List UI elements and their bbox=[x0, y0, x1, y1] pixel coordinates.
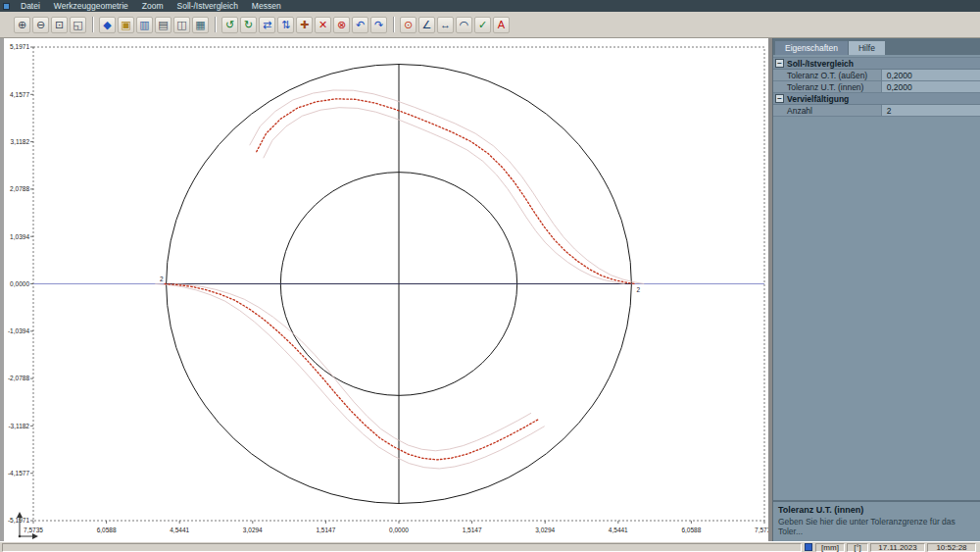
toolbar-separator bbox=[92, 17, 93, 32]
tolerance-band-line bbox=[250, 90, 645, 284]
x-tick-label: 0,0000 bbox=[389, 527, 409, 533]
property-label: Toleranz U.T. (innen) bbox=[773, 81, 881, 92]
ist-profil-unteres-segment bbox=[165, 284, 538, 460]
zoom-window-icon[interactable]: ⊡ bbox=[51, 17, 68, 33]
status-date: 17.11.2023 bbox=[870, 543, 925, 552]
open-icon[interactable]: ▣ bbox=[118, 17, 134, 33]
panel-tabs: EigenschaftenHilfe bbox=[773, 38, 980, 55]
zoom-fit-icon[interactable]: ◱ bbox=[70, 17, 86, 33]
profile-label-left: 2 bbox=[160, 276, 164, 282]
copy-icon[interactable]: ◫ bbox=[173, 17, 190, 33]
x-tick-label: 6,0588 bbox=[97, 527, 117, 533]
y-tick-label: -1,0394 bbox=[8, 327, 29, 334]
x-tick-label: 7,5735 bbox=[24, 527, 43, 533]
x-tick-label: 7,5735 bbox=[755, 527, 768, 533]
collapse-icon[interactable]: − bbox=[775, 94, 784, 103]
undo-icon[interactable]: ↶ bbox=[352, 17, 368, 33]
property-help: Toleranz U.T. (innen) Geben Sie hier die… bbox=[773, 500, 980, 541]
main-area: 5,19714,15773,11822,07881,03940,0000-1,0… bbox=[0, 38, 980, 541]
y-tick-label: 3,1182 bbox=[11, 138, 30, 145]
property-grid: −Soll-/IstvergleichToleranz O.T. (außen)… bbox=[773, 57, 980, 117]
tab-eigenschaften[interactable]: Eigenschaften bbox=[775, 41, 848, 55]
status-message bbox=[2, 543, 802, 552]
menu-item-datei[interactable]: Datei bbox=[14, 0, 47, 12]
save-icon[interactable]: ▥ bbox=[136, 17, 153, 33]
section-header-soll-istvergleich[interactable]: −Soll-/Istvergleich bbox=[773, 58, 980, 70]
plot-svg[interactable]: 5,19714,15773,11822,07881,03940,0000-1,0… bbox=[4, 38, 768, 541]
mirror-horizontal-icon[interactable]: ⇄ bbox=[259, 17, 275, 33]
y-tick-label: -3,1182 bbox=[8, 423, 29, 429]
y-tick-label: -2,0788 bbox=[8, 375, 29, 381]
redo-icon[interactable]: ↷ bbox=[370, 17, 387, 33]
section-header-vervielf-ltigung[interactable]: −Vervielfältigung bbox=[773, 93, 980, 105]
tolerance-band-line bbox=[155, 284, 544, 469]
y-tick-label: -4,1577 bbox=[8, 470, 29, 477]
toolbar-separator bbox=[393, 17, 394, 32]
x-tick-label: 4,5441 bbox=[170, 527, 189, 533]
toolbar: ⊕⊖⊡◱◆▣▥▤◫▦↺↻⇄⇅✚✕⊗↶↷⊙∠↔◠✓A bbox=[0, 12, 980, 38]
property-value-toleranz-u-t-innen[interactable]: 0,2000 bbox=[881, 81, 980, 92]
plot-area: 5,19714,15773,11822,07881,03940,0000-1,0… bbox=[4, 38, 768, 541]
accept-icon[interactable]: ✓ bbox=[474, 17, 491, 33]
delete-all-icon[interactable]: ⊗ bbox=[333, 17, 350, 33]
menu-bar: DateiWerkzeuggeometrieZoomSoll-/Istvergl… bbox=[0, 0, 980, 12]
property-value-toleranz-o-t-au-en[interactable]: 0,2000 bbox=[881, 70, 980, 80]
x-tick-label: 3,0294 bbox=[535, 527, 555, 533]
tab-hilfe[interactable]: Hilfe bbox=[849, 41, 885, 55]
zoom-in-icon[interactable]: ⊕ bbox=[14, 17, 30, 33]
print-icon[interactable]: ▤ bbox=[155, 17, 172, 33]
zoom-out-icon[interactable]: ⊖ bbox=[32, 17, 49, 33]
rotate-left-icon[interactable]: ↺ bbox=[221, 17, 238, 33]
text-label-icon[interactable]: A bbox=[493, 17, 510, 33]
y-tick-label: -5,1971 bbox=[8, 517, 29, 524]
y-tick-label: 4,1577 bbox=[10, 91, 29, 98]
mirror-vertical-icon[interactable]: ⇅ bbox=[277, 17, 294, 33]
status-time: 10:52:28 bbox=[927, 543, 976, 552]
grid-view-icon[interactable]: ▦ bbox=[192, 17, 209, 33]
property-row-toleranz-u-t-innen: Toleranz U.T. (innen)0,2000 bbox=[773, 81, 980, 93]
property-row-toleranz-o-t-au-en: Toleranz O.T. (außen)0,2000 bbox=[773, 70, 980, 81]
measure-distance-icon[interactable]: ↔ bbox=[437, 17, 454, 33]
collapse-icon[interactable]: − bbox=[775, 59, 784, 68]
property-value-anzahl[interactable]: 2 bbox=[881, 105, 980, 116]
app-icon bbox=[3, 3, 10, 10]
ist-profil-oberes-segment bbox=[257, 99, 635, 284]
profile-icon[interactable]: ◆ bbox=[99, 17, 116, 33]
x-tick-label: 1,5147 bbox=[463, 527, 482, 533]
menu-item-werkzeuggeometrie[interactable]: Werkzeuggeometrie bbox=[47, 0, 135, 12]
axis-indicator-horizontal-arrowhead bbox=[32, 533, 38, 539]
measure-angle-icon[interactable]: ∠ bbox=[418, 17, 435, 33]
y-tick-label: 1,0394 bbox=[10, 233, 29, 240]
menu-item-soll-istvergleich[interactable]: Soll-/Istvergleich bbox=[171, 0, 245, 12]
y-tick-label: 5,1971 bbox=[10, 43, 29, 50]
x-tick-label: 1,5147 bbox=[316, 527, 335, 533]
x-tick-label: 4,5441 bbox=[609, 527, 628, 533]
move-icon[interactable]: ✚ bbox=[296, 17, 313, 33]
rotate-right-icon[interactable]: ↻ bbox=[240, 17, 257, 33]
status-indicator-icon bbox=[805, 543, 812, 551]
property-row-anzahl: Anzahl2 bbox=[773, 105, 980, 117]
y-tick-label: 0,0000 bbox=[10, 280, 29, 287]
y-tick-label: 2,0788 bbox=[10, 185, 29, 192]
property-label: Anzahl bbox=[773, 105, 881, 116]
status-unit-mm: [mm] bbox=[815, 543, 845, 552]
axis-indicator-origin-dot bbox=[19, 535, 22, 538]
axis-indicator-vertical-arrowhead bbox=[17, 512, 23, 518]
help-title: Toleranz U.T. (innen) bbox=[773, 502, 980, 516]
measure-radius-icon[interactable]: ◠ bbox=[456, 17, 472, 33]
status-unit-deg: [°] bbox=[847, 543, 868, 552]
x-tick-label: 3,0294 bbox=[243, 527, 263, 533]
section-title: Vervielfältigung bbox=[787, 94, 849, 104]
toolbar-separator bbox=[215, 17, 216, 32]
x-tick-label: 6,0588 bbox=[681, 527, 701, 533]
menu-item-zoom[interactable]: Zoom bbox=[135, 0, 171, 12]
properties-panel: EigenschaftenHilfe −Soll-/IstvergleichTo… bbox=[772, 38, 980, 541]
property-label: Toleranz O.T. (außen) bbox=[773, 70, 881, 80]
delete-icon[interactable]: ✕ bbox=[315, 17, 331, 33]
help-text: Geben Sie hier die unter Toleranzgrenze … bbox=[773, 516, 980, 539]
measure-point-icon[interactable]: ⊙ bbox=[400, 17, 416, 33]
menu-item-messen[interactable]: Messen bbox=[245, 0, 288, 12]
profile-label-right: 2 bbox=[636, 286, 640, 293]
tolerance-band-line bbox=[264, 108, 625, 284]
status-bar: [mm][°]17.11.202310:52:28 bbox=[0, 541, 980, 552]
